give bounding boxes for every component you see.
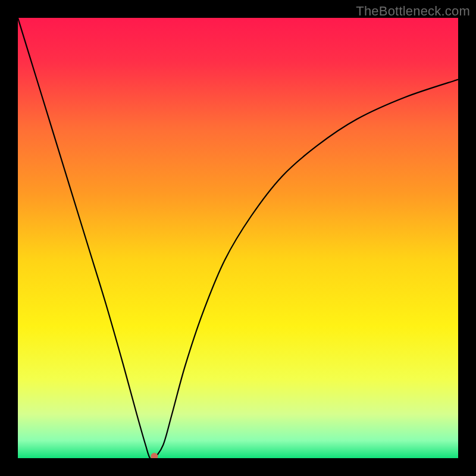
plot-area bbox=[18, 18, 458, 458]
curve-layer bbox=[18, 18, 458, 458]
watermark-text: TheBottleneck.com bbox=[356, 4, 470, 19]
optimum-marker bbox=[151, 453, 158, 458]
bottleneck-curve bbox=[18, 18, 458, 458]
chart-frame: TheBottleneck.com bbox=[0, 0, 476, 476]
